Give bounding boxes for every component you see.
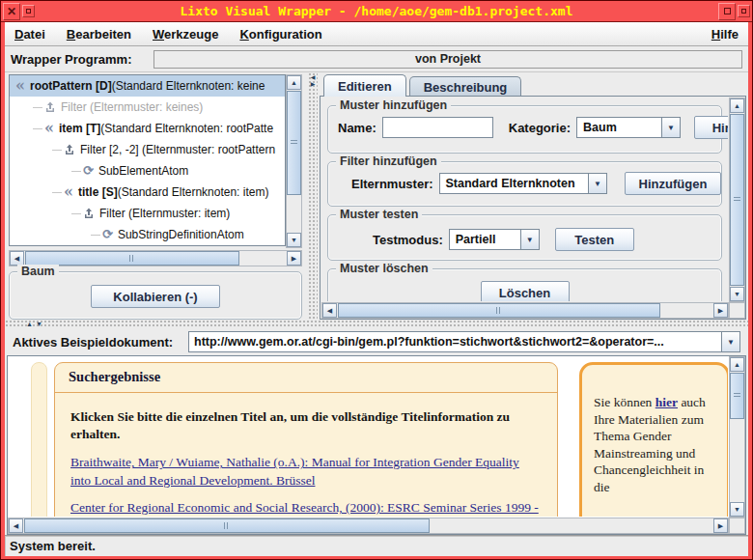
group-title: Muster testen	[336, 208, 422, 221]
app-body: Datei Bearbeiten Werkzeuge Konfiguration…	[1, 22, 752, 559]
close-icon[interactable]: ✕	[3, 3, 20, 20]
scroll-up-icon[interactable]: ▲	[730, 357, 744, 372]
url-combobox[interactable]: ▼	[188, 331, 740, 352]
tree-node-rootpattern[interactable]: « rootPattern [D] (Standard Elternknoten…	[10, 75, 285, 97]
kollabieren-button[interactable]: Kollabieren (-)	[91, 285, 220, 308]
name-label: Name:	[338, 121, 376, 135]
loeschen-button[interactable]: Löschen	[481, 281, 570, 301]
browser-hscroll-thumb[interactable]	[24, 518, 430, 533]
editor-hscroll-thumb[interactable]	[338, 303, 660, 318]
group-title: Filter hinzufügen	[336, 154, 441, 168]
chevron-down-icon[interactable]: ▼	[520, 230, 539, 249]
iconify-icon[interactable]	[22, 5, 35, 17]
horizontal-split-divider[interactable]: ▲▼	[5, 320, 748, 328]
hier-link[interactable]: hier	[655, 395, 678, 409]
elternmuster-label: Elternmuster:	[351, 177, 433, 191]
muster-hinzufuegen-group: Muster hinzufügen Name: Kategorie: Baum …	[327, 105, 722, 154]
shade-glyph	[741, 9, 746, 14]
pattern-tree: « rootPattern [D] (Standard Elternknoten…	[9, 74, 286, 246]
scroll-down-icon[interactable]: ▼	[730, 502, 744, 517]
tree-vscroll-thumb[interactable]	[287, 91, 301, 195]
tree-node-title[interactable]: « title [S] (Standard Elternknoten: item…	[10, 182, 285, 203]
menu-datei[interactable]: Datei	[14, 27, 45, 42]
tree-node-item[interactable]: « item [T] (Standard Elternknoten: rootP…	[10, 118, 285, 139]
vertical-split-divider[interactable]: ◀▶	[308, 72, 318, 320]
divider-left-icon[interactable]: ◀	[311, 74, 316, 81]
scroll-left-icon[interactable]: ◀	[322, 303, 337, 318]
thumb-grip	[734, 393, 740, 399]
tree-node-filter-rootpattern[interactable]: Filter [2, -2] (Elternmuster: rootPatter…	[10, 139, 285, 160]
baum-group: Baum Kollabieren (-)	[9, 271, 302, 320]
results-intro-text: Klicken Sie bitte die einzelnen Titel an…	[70, 408, 542, 443]
scroll-left-icon[interactable]: ◀	[9, 518, 23, 533]
menu-hilfe[interactable]: Hilfe	[711, 27, 739, 42]
chevron-down-icon[interactable]: ▼	[588, 174, 606, 193]
tree-connector	[33, 107, 42, 108]
testen-button[interactable]: Testen	[555, 228, 634, 251]
group-title: Muster löschen	[336, 262, 432, 275]
pattern-tree-panel: « rootPattern [D] (Standard Elternknoten…	[9, 74, 304, 320]
divider-up-icon[interactable]: ▲	[26, 321, 33, 327]
elternmuster-select[interactable]: Standard Elternknoten ▼	[439, 173, 607, 194]
tab-editieren[interactable]: Editieren	[323, 74, 406, 97]
testmodus-select[interactable]: Partiell ▼	[449, 229, 540, 250]
scroll-down-icon[interactable]: ▼	[287, 233, 301, 247]
atom-icon: ⟳	[102, 229, 113, 240]
browser-vscroll-thumb[interactable]	[730, 373, 744, 419]
tree-node-subelementatom[interactable]: ⟳ SubElementAtom	[10, 160, 285, 182]
muster-hinzufuegen-button[interactable]: Hinzufügen	[694, 116, 728, 139]
filter-icon	[44, 101, 56, 113]
tree-node-filter-keines[interactable]: Filter (Elternmuster: keines)	[10, 97, 285, 118]
menu-bearbeiten[interactable]: Bearbeiten	[67, 27, 131, 42]
filter-icon	[83, 208, 95, 219]
url-input[interactable]	[189, 332, 721, 351]
scroll-down-icon[interactable]: ▼	[730, 287, 744, 301]
name-input[interactable]	[382, 117, 493, 138]
kategorie-select[interactable]: Baum ▼	[576, 117, 681, 138]
browser-horizontal-scrollbar[interactable]: ◀ ▶	[8, 518, 729, 534]
maximize-icon[interactable]	[718, 3, 736, 20]
scroll-right-icon[interactable]: ▶	[713, 518, 728, 533]
scroll-left-icon[interactable]: ◀	[10, 251, 24, 266]
title-bar[interactable]: ✕ Lixto Visual Wrapper - /home/aoe/gem-d…	[1, 1, 752, 22]
testmodus-label: Testmodus:	[373, 233, 443, 247]
scroll-up-icon[interactable]: ▲	[287, 75, 301, 90]
tree-vertical-scrollbar[interactable]: ▲ ▼	[286, 74, 302, 248]
scroll-up-icon[interactable]: ▲	[730, 98, 744, 113]
status-bar: System bereit.	[5, 535, 748, 556]
editor-vscroll-thumb[interactable]	[730, 114, 744, 286]
filter-hinzufuegen-button[interactable]: Hinzufügen	[625, 172, 721, 195]
divider-right-icon[interactable]: ▶	[311, 81, 316, 88]
editor-vertical-scrollbar[interactable]: ▲ ▼	[729, 98, 745, 302]
pattern-icon: «	[15, 80, 25, 92]
pattern-icon: «	[64, 186, 73, 198]
result-link-2[interactable]: Center for Regional Economic and Social …	[70, 499, 542, 517]
tree-hscroll-thumb[interactable]	[25, 251, 239, 266]
tab-beschreibung[interactable]: Beschreibung	[409, 76, 522, 97]
menu-konfiguration[interactable]: Konfiguration	[239, 27, 321, 42]
editor-tabpane: Editieren Beschreibung Muster hinzufügen…	[320, 72, 746, 320]
wrapper-program-field: von Projekt	[153, 50, 742, 69]
shade-icon[interactable]	[738, 5, 750, 17]
tree-node-filter-item[interactable]: Filter (Elternmuster: item)	[10, 203, 285, 224]
menu-werkzeuge[interactable]: Werkzeuge	[153, 27, 218, 42]
tree-connector	[71, 213, 81, 214]
page-left-strip	[31, 362, 47, 517]
chevron-down-icon[interactable]: ▼	[721, 332, 739, 351]
browser-panel: Suchergebnisse Klicken Sie bitte die ein…	[7, 355, 746, 535]
result-link-1[interactable]: Braithwaite, Mary / Wuiame, Nathalie (o.…	[70, 454, 542, 490]
browser-vertical-scrollbar[interactable]: ▲ ▼	[729, 356, 745, 518]
muster-testen-group: Muster testen Testmodus: Partiell ▼ Test…	[327, 214, 722, 261]
divider-down-icon[interactable]: ▼	[36, 321, 42, 327]
tree-node-description[interactable]: « description [S] (Standard Elternknoten	[10, 245, 285, 246]
scroll-right-icon[interactable]: ▶	[287, 251, 301, 266]
tree-connector	[52, 150, 62, 151]
testmodus-value: Partiell	[450, 230, 520, 249]
tree-node-substringdefinitionatom[interactable]: ⟳ SubStringDefinitionAtom	[10, 224, 285, 245]
editor-horizontal-scrollbar[interactable]: ◀ ▶	[321, 302, 729, 319]
thumb-grip	[224, 522, 230, 529]
scroll-right-icon[interactable]: ▶	[713, 303, 728, 318]
main-split: « rootPattern [D] (Standard Elternknoten…	[7, 72, 746, 320]
chevron-down-icon[interactable]: ▼	[661, 118, 680, 137]
wrapper-program-label: Wrapper Programm:	[11, 52, 153, 67]
